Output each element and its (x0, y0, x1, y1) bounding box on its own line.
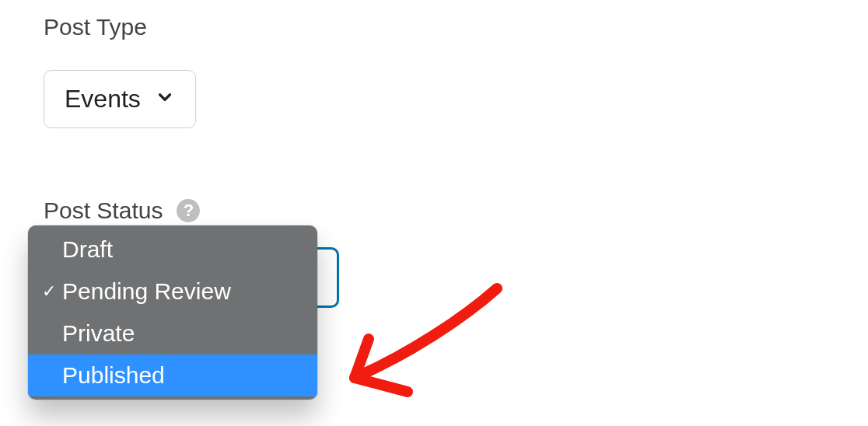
post-status-label-row: Post Status ? (44, 197, 200, 224)
checkmark-icon: ✓ (39, 283, 59, 300)
post-type-selected-value: Events (65, 85, 141, 113)
annotation-arrow-icon (338, 277, 516, 409)
option-label: Draft (59, 236, 113, 263)
help-icon[interactable]: ? (177, 199, 200, 222)
post-status-option-private[interactable]: Private (28, 313, 317, 354)
post-status-option-draft[interactable]: Draft (28, 229, 317, 271)
post-type-select[interactable]: Events (44, 70, 196, 128)
post-status-dropdown[interactable]: Draft ✓ Pending Review Private Published (28, 225, 317, 400)
post-status-option-pending-review[interactable]: ✓ Pending Review (28, 271, 317, 313)
option-label: Pending Review (59, 278, 231, 305)
post-status-label: Post Status (44, 197, 163, 224)
chevron-down-icon (155, 85, 175, 113)
post-type-label: Post Type (44, 14, 147, 40)
option-label: Published (59, 362, 165, 389)
post-status-option-published[interactable]: Published (28, 354, 317, 396)
option-label: Private (59, 320, 135, 347)
